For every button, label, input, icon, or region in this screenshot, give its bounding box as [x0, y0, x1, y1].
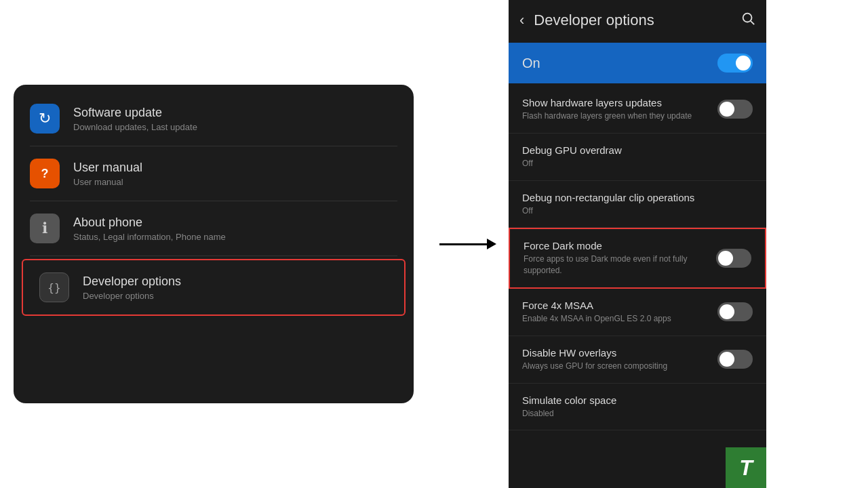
svg-point-0: [743, 14, 752, 22]
navigation-arrow: [439, 239, 496, 249]
setting-debug-non-rect-subtitle: Off: [522, 205, 753, 217]
software-update-subtitle: Download updates, Last update: [73, 122, 397, 132]
toggle-knob: [736, 56, 751, 70]
disable-hw-overlays-toggle[interactable]: [717, 350, 753, 369]
force-dark-mode-toggle[interactable]: [716, 249, 751, 268]
show-hardware-layers-toggle[interactable]: [717, 100, 753, 119]
divider-3: [30, 256, 397, 256]
setting-force-dark-title: Force Dark mode: [524, 240, 707, 251]
on-toggle[interactable]: [717, 54, 753, 73]
developer-options-icon: {}: [39, 272, 69, 302]
right-panel: ‹ Developer options On Show hardware lay…: [509, 0, 766, 488]
settings-list: Show hardware layers updates Flash hardw…: [509, 86, 766, 488]
user-manual-subtitle: User manual: [73, 177, 397, 187]
setting-debug-non-rect-title: Debug non-rectangular clip operations: [522, 192, 753, 203]
developer-options-header: ‹ Developer options: [509, 0, 766, 40]
brand-logo: T: [726, 447, 766, 488]
arrow-line: [439, 243, 487, 245]
setting-simulate-color-title: Simulate color space: [522, 394, 753, 406]
setting-force-4x-msaa[interactable]: Force 4x MSAA Enable 4x MSAA in OpenGL E…: [509, 289, 766, 336]
user-manual-icon: ?: [30, 159, 60, 188]
menu-item-about-phone[interactable]: ℹ About phone Status, Legal information,…: [14, 201, 414, 256]
developer-options-subtitle: Developer options: [83, 291, 388, 301]
setting-force-msaa-subtitle: Enable 4x MSAA in OpenGL ES 2.0 apps: [522, 313, 708, 325]
developer-options-title: Developer options: [83, 274, 388, 289]
setting-debug-gpu-title: Debug GPU overdraw: [522, 144, 753, 156]
setting-debug-gpu-overdraw[interactable]: Debug GPU overdraw Off: [509, 134, 766, 181]
setting-disable-hw-title: Disable HW overlays: [522, 347, 708, 359]
software-update-title: Software update: [73, 106, 397, 120]
about-phone-title: About phone: [73, 216, 397, 230]
setting-show-hardware-layers-subtitle: Flash hardware layers green when they up…: [522, 110, 708, 122]
setting-show-hardware-layers-title: Show hardware layers updates: [522, 97, 708, 108]
svg-line-1: [751, 21, 754, 24]
setting-simulate-color-space[interactable]: Simulate color space Disabled: [509, 384, 766, 431]
left-panel: ↻ Software update Download updates, Last…: [0, 0, 427, 488]
back-button[interactable]: ‹: [519, 12, 524, 29]
about-phone-icon: ℹ: [30, 214, 60, 243]
software-update-icon: ↻: [30, 104, 60, 134]
setting-disable-hw-subtitle: Always use GPU for screen compositing: [522, 361, 708, 372]
setting-disable-hw-overlays[interactable]: Disable HW overlays Always use GPU for s…: [509, 336, 766, 384]
force-4x-msaa-toggle[interactable]: [717, 302, 753, 321]
setting-debug-gpu-subtitle: Off: [522, 158, 753, 169]
phone-screen: ↻ Software update Download updates, Last…: [14, 85, 414, 403]
setting-force-dark-subtitle: Force apps to use Dark mode even if not …: [524, 253, 707, 277]
menu-item-developer-options[interactable]: {} Developer options Developer options: [22, 259, 406, 316]
setting-show-hardware-layers[interactable]: Show hardware layers updates Flash hardw…: [509, 86, 766, 134]
on-toggle-bar[interactable]: On: [509, 43, 766, 83]
about-phone-subtitle: Status, Legal information, Phone name: [73, 232, 397, 242]
user-manual-title: User manual: [73, 161, 397, 175]
toggle-knob: [719, 304, 734, 319]
setting-force-msaa-title: Force 4x MSAA: [522, 300, 708, 311]
arrow-container: [427, 0, 509, 488]
setting-force-dark-mode[interactable]: Force Dark mode Force apps to use Dark m…: [509, 228, 766, 289]
toggle-knob: [719, 352, 734, 367]
setting-debug-non-rectangular[interactable]: Debug non-rectangular clip operations Of…: [509, 181, 766, 228]
arrow-head: [487, 239, 496, 249]
search-button[interactable]: [741, 11, 755, 29]
toggle-knob: [718, 251, 733, 266]
menu-item-user-manual[interactable]: ? User manual User manual: [14, 146, 414, 201]
setting-simulate-color-subtitle: Disabled: [522, 408, 753, 420]
on-label: On: [522, 56, 540, 71]
menu-item-software-update[interactable]: ↻ Software update Download updates, Last…: [14, 92, 414, 146]
toggle-knob: [719, 102, 734, 117]
developer-options-page-title: Developer options: [534, 12, 731, 29]
